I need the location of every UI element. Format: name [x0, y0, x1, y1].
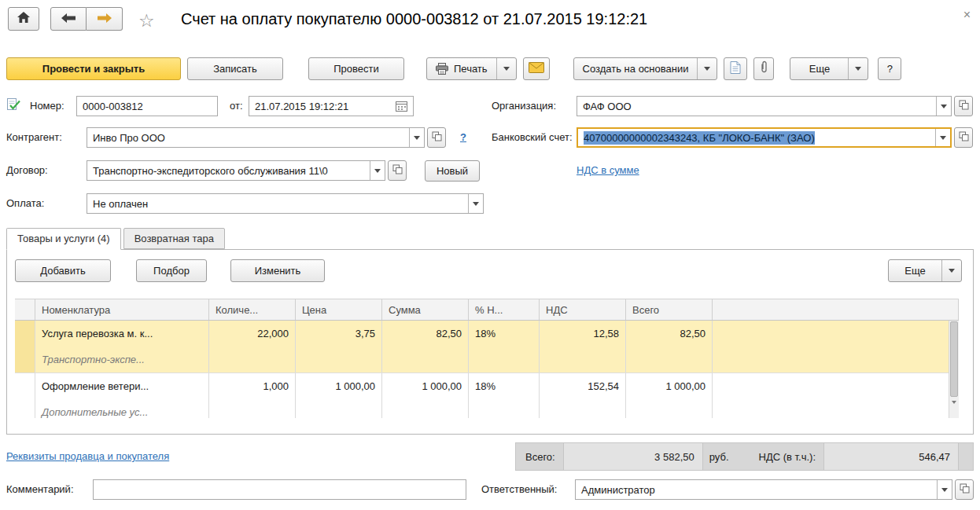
contractor-value: Инво Про ООО: [87, 128, 409, 147]
save-button[interactable]: Записать: [187, 57, 283, 80]
cell-quantity[interactable]: 22,000: [209, 321, 296, 347]
form-row-contract: Договор: Транспортно-экспедиторского обс…: [0, 160, 980, 181]
payment-field[interactable]: Не оплачен: [87, 193, 484, 214]
items-more-dropdown-arrow[interactable]: [941, 260, 961, 281]
seller-buyer-details-link[interactable]: Реквизиты продавца и покупателя: [6, 442, 169, 471]
pick-items-button[interactable]: Подбор: [136, 259, 207, 282]
more-button[interactable]: Еще: [790, 57, 868, 80]
cell-price[interactable]: 1 000,00: [296, 373, 382, 399]
contract-dropdown-arrow[interactable]: [370, 161, 385, 180]
contractor-open-button[interactable]: [427, 127, 446, 148]
document-report-button[interactable]: [724, 57, 747, 80]
organization-dropdown-arrow[interactable]: [936, 97, 951, 116]
vat-total-label: НДС (в т.ч.):: [759, 451, 816, 463]
tab-returnable-packaging[interactable]: Возвратная тара: [123, 228, 225, 249]
cell-vat[interactable]: 152,54: [540, 373, 626, 399]
cell-nomenclature[interactable]: Услуга перевозка м. к...: [35, 321, 209, 347]
cell-nomenclature[interactable]: Оформление ветери...: [35, 373, 209, 399]
item-main-row[interactable]: Оформление ветери... 1,000 1 000,00 1 00…: [15, 373, 959, 399]
back-arrow-icon: [61, 13, 76, 25]
nav-button-group: [50, 7, 123, 31]
vat-in-sum-link[interactable]: НДС в сумме: [577, 160, 639, 181]
contractor-help-link[interactable]: ?: [460, 127, 466, 148]
cell-vat[interactable]: 12,58: [540, 321, 626, 347]
responsible-dropdown-arrow[interactable]: [937, 480, 952, 499]
table-row[interactable]: Услуга перевозка м. к... 22,000 3,75 82,…: [15, 321, 959, 373]
calendar-icon[interactable]: [391, 101, 407, 112]
forward-button[interactable]: [87, 7, 123, 31]
scrollbar-thumb[interactable]: [950, 321, 958, 397]
totals-bar: Всего: 3 582,50 руб. НДС (в т.ч.): 546,4…: [515, 442, 974, 471]
item-main-row[interactable]: Услуга перевозка м. к... 22,000 3,75 82,…: [15, 321, 959, 347]
item-detail-row[interactable]: Дополнительные ус...: [15, 399, 959, 418]
post-and-close-button[interactable]: Провести и закрыть: [6, 57, 181, 80]
comment-label: Комментарий:: [6, 479, 74, 500]
cell-total[interactable]: 1 000,00: [626, 373, 713, 399]
help-button[interactable]: ?: [878, 57, 901, 80]
document-saved-icon: [6, 97, 20, 114]
cell-service-detail[interactable]: Транспортно-экспе...: [35, 347, 209, 372]
email-button[interactable]: [523, 57, 550, 80]
organization-value: ФАФ ООО: [577, 97, 936, 116]
organization-field[interactable]: ФАФ ООО: [577, 96, 952, 116]
cell-empty: [540, 399, 626, 418]
open-form-icon: [432, 131, 442, 144]
bank-account-dropdown-arrow[interactable]: [935, 129, 950, 146]
post-button[interactable]: Провести: [308, 57, 404, 80]
total-label: Всего:: [525, 451, 555, 463]
print-label: Печать: [454, 63, 488, 75]
tab-goods-services[interactable]: Товары и услуги (4): [6, 228, 121, 250]
favorite-star-icon[interactable]: ☆: [138, 9, 155, 32]
table-row[interactable]: Оформление ветери... 1,000 1 000,00 1 00…: [15, 373, 959, 418]
back-button[interactable]: [50, 7, 87, 31]
cell-sum[interactable]: 1 000,00: [382, 373, 469, 399]
cell-filler: [713, 347, 959, 372]
cell-sum[interactable]: 82,50: [382, 321, 469, 347]
cell-quantity[interactable]: 1,000: [209, 373, 296, 399]
payment-value: Не оплачен: [87, 194, 468, 213]
edit-row-button[interactable]: Изменить: [230, 259, 325, 282]
print-dropdown-arrow[interactable]: [496, 58, 516, 79]
create-on-base-label: Создать на основании: [583, 63, 689, 75]
header-marker-cell: [15, 299, 35, 320]
close-icon[interactable]: ×: [963, 8, 971, 22]
cell-price[interactable]: 3,75: [296, 321, 382, 347]
organization-open-button[interactable]: [954, 96, 973, 116]
home-button[interactable]: [8, 7, 39, 31]
print-button[interactable]: Печать: [426, 57, 517, 80]
attachments-button[interactable]: [753, 57, 774, 80]
number-value: 0000-003812: [83, 101, 143, 112]
add-row-button[interactable]: Добавить: [15, 259, 111, 282]
payment-dropdown-arrow[interactable]: [468, 194, 483, 213]
responsible-field[interactable]: Администратор: [575, 479, 952, 500]
comment-field[interactable]: [93, 479, 466, 500]
contract-open-button[interactable]: [388, 160, 407, 181]
cell-empty: [540, 347, 626, 372]
cell-total[interactable]: 82,50: [626, 321, 713, 347]
contractor-dropdown-arrow[interactable]: [409, 128, 424, 147]
contractor-field[interactable]: Инво Про ООО: [87, 127, 425, 148]
cell-empty: [382, 347, 469, 372]
table-header-row: Номенклатура Количе... Цена Сумма % Н...…: [15, 299, 959, 321]
more-dropdown-arrow[interactable]: [848, 58, 868, 79]
cell-service-detail[interactable]: Дополнительные ус...: [35, 399, 209, 418]
items-more-button[interactable]: Еще: [888, 259, 962, 282]
open-form-icon: [959, 100, 969, 112]
cell-vat-rate[interactable]: 18%: [469, 373, 540, 399]
bank-account-field[interactable]: 40700000000002343243, КБ "ЛОКО-БАНК" (ЗА…: [577, 127, 952, 148]
contract-label: Договор:: [6, 160, 48, 181]
create-on-base-dropdown-arrow[interactable]: [697, 58, 717, 79]
bank-account-value: 40700000000002343243, КБ "ЛОКО-БАНК" (ЗА…: [584, 131, 815, 145]
new-contract-button[interactable]: Новый: [425, 160, 480, 182]
date-field[interactable]: 21.07.2015 19:12:21: [249, 96, 414, 116]
contract-field[interactable]: Транспортно-экспедиторского обслуживания…: [87, 160, 385, 181]
scrollbar-down-arrow[interactable]: [952, 404, 956, 416]
cell-vat-rate[interactable]: 18%: [469, 321, 540, 347]
item-detail-row[interactable]: Транспортно-экспе...: [15, 347, 959, 372]
header-price: Цена: [296, 299, 382, 320]
create-on-base-button[interactable]: Создать на основании: [573, 57, 718, 80]
responsible-open-button[interactable]: [955, 479, 974, 500]
number-field[interactable]: 0000-003812: [76, 96, 218, 116]
table-scrollbar[interactable]: [949, 321, 959, 418]
bank-account-open-button[interactable]: [954, 127, 973, 148]
